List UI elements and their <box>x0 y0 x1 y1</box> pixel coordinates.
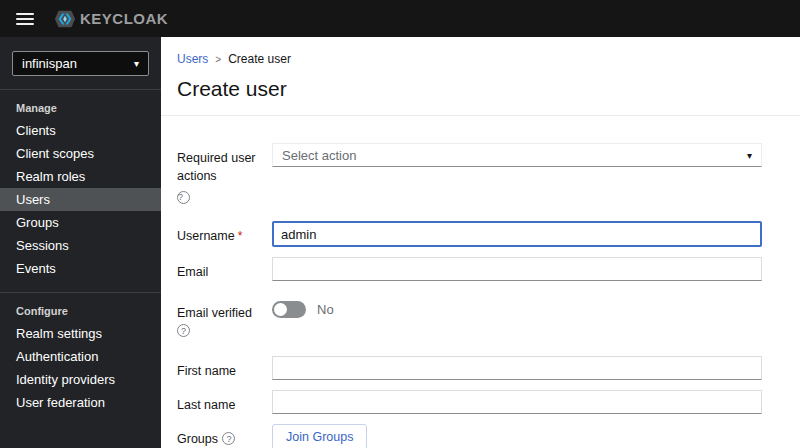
sidebar-item-sessions[interactable]: Sessions <box>0 234 161 257</box>
form-row-email: Email <box>177 257 762 281</box>
required-asterisk: * <box>238 229 243 243</box>
first-name-field[interactable] <box>272 356 762 380</box>
sidebar-item-user-federation[interactable]: User federation <box>0 391 161 414</box>
menu-hamburger-icon[interactable] <box>16 13 34 25</box>
sidebar-item-users[interactable]: Users <box>0 188 161 211</box>
realm-selector[interactable]: infinispan ▾ <box>12 51 149 76</box>
last-name-label: Last name <box>177 398 235 412</box>
main-content: Users > Create user Create user Required… <box>161 37 800 448</box>
chevron-down-icon: ▾ <box>747 150 752 161</box>
breadcrumb-separator-icon: > <box>215 54 221 65</box>
toggle-knob <box>274 303 287 316</box>
form-row-username: Username* <box>177 221 762 247</box>
app-header: KEYCLOAK <box>0 0 800 37</box>
help-icon[interactable]: ? <box>177 324 190 337</box>
form-row-required-actions: Required user actions ? Select action ▾ <box>177 143 762 204</box>
brand-title: KEYCLOAK <box>80 10 168 27</box>
create-user-form: Required user actions ? Select action ▾ … <box>161 116 800 448</box>
email-label: Email <box>177 265 208 279</box>
email-verified-toggle[interactable] <box>272 301 306 318</box>
last-name-field[interactable] <box>272 390 762 414</box>
realm-selector-value: infinispan <box>22 56 77 71</box>
sidebar-item-groups[interactable]: Groups <box>0 211 161 234</box>
username-field[interactable] <box>272 221 762 247</box>
help-icon[interactable]: ? <box>222 432 235 445</box>
form-row-groups: Groups ? Join Groups <box>177 424 762 448</box>
keycloak-brand[interactable]: KEYCLOAK <box>54 8 168 30</box>
chevron-down-icon: ▾ <box>134 58 139 69</box>
sidebar-item-realm-settings[interactable]: Realm settings <box>0 322 161 345</box>
page-title: Create user <box>177 77 784 115</box>
groups-label: Groups <box>177 432 218 446</box>
breadcrumb-current: Create user <box>228 52 291 66</box>
form-row-first-name: First name <box>177 356 762 380</box>
sidebar-item-identity-providers[interactable]: Identity providers <box>0 368 161 391</box>
required-actions-label: Required user actions <box>177 151 256 183</box>
sidebar-item-realm-roles[interactable]: Realm roles <box>0 165 161 188</box>
sidebar-item-authentication[interactable]: Authentication <box>0 345 161 368</box>
form-row-last-name: Last name <box>177 390 762 414</box>
help-icon[interactable]: ? <box>177 191 190 204</box>
keycloak-logo-icon <box>54 8 76 30</box>
nav-group-title-manage: Manage <box>0 90 161 119</box>
required-actions-placeholder: Select action <box>282 148 356 163</box>
sidebar: infinispan ▾ Manage Clients Client scope… <box>0 37 161 448</box>
breadcrumb-users-link[interactable]: Users <box>177 52 208 66</box>
sidebar-item-client-scopes[interactable]: Client scopes <box>0 142 161 165</box>
username-label: Username <box>177 229 235 243</box>
first-name-label: First name <box>177 364 236 378</box>
form-row-email-verified: Email verified ? No <box>177 298 762 339</box>
nav-group-title-configure: Configure <box>0 293 161 322</box>
sidebar-item-events[interactable]: Events <box>0 257 161 280</box>
email-verified-state: No <box>317 302 334 317</box>
email-verified-label: Email verified <box>177 306 252 320</box>
join-groups-button[interactable]: Join Groups <box>272 424 367 448</box>
required-actions-select[interactable]: Select action ▾ <box>272 143 762 167</box>
email-field[interactable] <box>272 257 762 281</box>
sidebar-item-clients[interactable]: Clients <box>0 119 161 142</box>
breadcrumb: Users > Create user <box>177 52 784 66</box>
